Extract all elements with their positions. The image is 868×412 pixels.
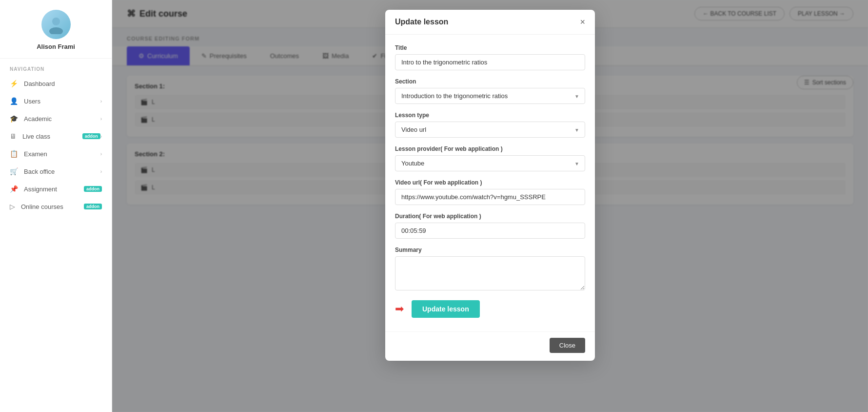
modal-body: Title Section Introduction to the trigon… <box>385 35 595 331</box>
duration-label: Duration( For web application ) <box>395 213 585 220</box>
arrow-indicator: ➡ <box>395 303 404 315</box>
sidebar-item-academic[interactable]: 🎓 Academic › <box>0 110 112 127</box>
online-courses-icon: ▷ <box>10 203 15 210</box>
close-btn[interactable]: Close <box>550 338 585 353</box>
sidebar-item-label: Examen <box>24 150 100 158</box>
update-btn-area: ➡ Update lesson <box>395 300 585 318</box>
section-select[interactable]: Introduction to the trigonometric ratios <box>395 88 585 104</box>
sidebar-item-online-courses[interactable]: ▷ Online courses addon <box>0 198 112 215</box>
title-label: Title <box>395 44 585 51</box>
video-url-group: Video url( For web application ) <box>395 179 585 205</box>
user-name: Alison Frami <box>37 43 75 50</box>
update-lesson-modal: Update lesson × Title Section Introducti… <box>385 10 595 361</box>
video-url-label: Video url( For web application ) <box>395 179 585 186</box>
chevron-right-icon: › <box>100 99 102 104</box>
back-office-icon: 🛒 <box>10 167 18 175</box>
sidebar-item-examen[interactable]: 📋 Examen › <box>0 145 112 163</box>
summary-textarea[interactable] <box>395 256 585 290</box>
lesson-provider-select[interactable]: Youtube <box>395 155 585 171</box>
lesson-type-select[interactable]: Video url <box>395 122 585 138</box>
duration-input[interactable] <box>395 223 585 239</box>
assignment-icon: 📌 <box>10 185 18 193</box>
lesson-provider-label: Lesson provider( For web application ) <box>395 145 585 152</box>
chevron-right-icon: › <box>100 134 102 139</box>
sidebar-item-label: Live class <box>22 133 79 140</box>
sidebar-item-assignment[interactable]: 📌 Assignment addon <box>0 180 112 198</box>
video-url-input[interactable] <box>395 189 585 205</box>
users-icon: 👤 <box>10 97 18 105</box>
sidebar-nav: ⚡ Dashboard 👤 Users › 🎓 Academic › 🖥 Liv… <box>0 75 112 215</box>
sidebar: Alison Frami NAVIGATION ⚡ Dashboard 👤 Us… <box>0 0 112 412</box>
lesson-type-select-wrapper: Video url <box>395 122 585 138</box>
update-lesson-btn[interactable]: Update lesson <box>412 300 480 318</box>
summary-label: Summary <box>395 247 585 253</box>
content-wrapper: ⌘ Edit course ← BACK TO COURSE LIST PLAY… <box>112 0 868 412</box>
sidebar-item-label: Back office <box>24 168 100 175</box>
modal-header: Update lesson × <box>385 10 595 35</box>
sidebar-item-label: Users <box>24 98 100 105</box>
chevron-right-icon: › <box>100 169 102 174</box>
examen-icon: 📋 <box>10 150 18 158</box>
lesson-provider-select-wrapper: Youtube <box>395 155 585 171</box>
svg-point-1 <box>49 27 63 34</box>
modal-footer: Close <box>385 331 595 361</box>
addon-badge: addon <box>82 133 100 139</box>
section-group: Section Introduction to the trigonometri… <box>395 78 585 104</box>
sidebar-item-live-class[interactable]: 🖥 Live class addon › <box>0 127 112 145</box>
dashboard-icon: ⚡ <box>10 80 18 87</box>
lesson-provider-group: Lesson provider( For web application ) Y… <box>395 145 585 171</box>
lesson-type-label: Lesson type <box>395 112 585 119</box>
sidebar-item-label: Online courses <box>21 203 81 210</box>
sidebar-item-back-office[interactable]: 🛒 Back office › <box>0 163 112 180</box>
summary-group: Summary <box>395 247 585 292</box>
svg-point-0 <box>52 18 60 25</box>
user-profile: Alison Frami <box>0 0 112 59</box>
addon-badge: addon <box>84 204 102 209</box>
modal-title: Update lesson <box>395 18 448 26</box>
academic-icon: 🎓 <box>10 115 18 123</box>
sidebar-item-label: Assignment <box>24 185 81 193</box>
modal-close-btn[interactable]: × <box>580 18 585 26</box>
avatar <box>41 10 71 39</box>
duration-group: Duration( For web application ) <box>395 213 585 239</box>
sidebar-item-users[interactable]: 👤 Users › <box>0 92 112 110</box>
title-input[interactable] <box>395 54 585 70</box>
chevron-right-icon: › <box>100 151 102 157</box>
modal-overlay: Update lesson × Title Section Introducti… <box>112 0 868 412</box>
sidebar-item-label: Dashboard <box>24 80 102 87</box>
sidebar-item-dashboard[interactable]: ⚡ Dashboard <box>0 75 112 92</box>
nav-label: NAVIGATION <box>0 59 112 75</box>
chevron-right-icon: › <box>100 116 102 122</box>
section-select-wrapper: Introduction to the trigonometric ratios <box>395 88 585 104</box>
live-class-icon: 🖥 <box>10 132 17 140</box>
title-group: Title <box>395 44 585 70</box>
addon-badge: addon <box>84 186 102 192</box>
section-label: Section <box>395 78 585 85</box>
sidebar-item-label: Academic <box>24 115 100 123</box>
lesson-type-group: Lesson type Video url <box>395 112 585 138</box>
